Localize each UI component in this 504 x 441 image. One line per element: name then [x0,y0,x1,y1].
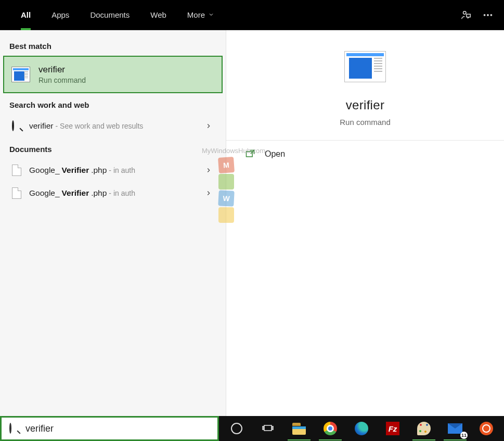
results-column: Best match verifier Run command Search w… [0,30,226,416]
section-header-best-match: Best match [0,34,226,56]
open-action-label: Open [265,149,285,159]
taskbar-mail[interactable]: 11 [440,416,471,441]
chevron-down-icon [208,10,214,19]
search-icon [9,121,24,131]
doc-filename-pre: Google_ [29,166,60,175]
best-match-title: verifier [38,65,86,75]
tab-label: All [21,10,31,19]
cortana-button[interactable] [221,416,252,441]
search-results-body: Best match verifier Run command Search w… [0,30,504,416]
svg-point-0 [463,11,467,14]
preview-title: verifier [346,98,384,112]
circle-icon [231,423,242,434]
doc-filename-bold: Verifier [62,188,89,198]
edge-icon [355,422,368,435]
taskbar-edge[interactable] [346,416,377,441]
web-result-row[interactable]: verifier - See work and web results [0,115,226,137]
best-match-result[interactable]: verifier Run command [3,56,223,93]
taskbar-ubuntu[interactable] [471,416,502,441]
taskbar-filezilla[interactable]: Fz [377,416,408,441]
filezilla-icon: Fz [386,422,399,435]
doc-filename-bold: Verifier [62,166,89,175]
tab-label: Web [150,10,166,19]
section-header-work-web: Search work and web [0,93,226,115]
doc-filename-post: .php [91,188,107,198]
tab-apps[interactable]: Apps [41,0,80,30]
ubuntu-icon [480,422,493,435]
taskview-icon [262,422,274,435]
tab-more[interactable]: More [177,0,225,30]
doc-filename-post: .php [91,166,107,175]
chrome-icon [324,422,337,435]
preview-pane: verifier Run command Open [226,30,504,416]
mail-unread-badge: 11 [460,432,468,439]
svg-rect-7 [272,426,273,430]
svg-point-2 [487,14,489,16]
svg-rect-6 [263,426,264,430]
document-result-row[interactable]: Google_Verifier.php - in auth [0,159,226,182]
bottom-bar: Fz 11 [0,416,504,441]
chevron-right-icon[interactable] [201,190,216,197]
svg-rect-5 [264,425,272,431]
document-icon [9,187,24,199]
svg-rect-4 [247,152,253,157]
start-search-box[interactable] [0,416,219,441]
preview-subtitle: Run command [340,118,391,127]
chevron-right-icon[interactable] [201,167,216,174]
doc-filename-pre: Google_ [29,188,60,198]
paint-icon [417,422,431,435]
web-result-hint: - See work and web results [56,122,144,130]
section-header-documents: Documents [0,137,226,159]
mail-icon [448,423,462,434]
web-result-term: verifier [29,121,54,131]
run-command-icon [344,51,386,82]
taskbar-file-explorer[interactable] [283,416,315,441]
svg-point-1 [484,14,485,16]
open-icon [243,149,257,159]
tab-label: Documents [90,10,130,19]
best-match-subtitle: Run command [38,76,86,84]
open-action[interactable]: Open [226,141,504,168]
tab-label: More [187,10,205,19]
taskbar-paint[interactable] [408,416,440,441]
tab-label: Apps [51,10,69,19]
doc-location: - in auth [109,189,135,197]
document-icon [9,165,24,176]
doc-location: - in auth [109,166,135,174]
tab-all[interactable]: All [10,0,41,30]
search-icon [8,424,20,433]
more-options-icon[interactable] [477,4,499,26]
tab-web[interactable]: Web [140,0,177,30]
feedback-icon[interactable] [455,4,477,26]
tab-documents[interactable]: Documents [80,0,140,30]
chevron-right-icon[interactable] [201,122,216,130]
run-command-icon [10,64,31,85]
document-result-row[interactable]: Google_Verifier.php - in auth [0,182,226,205]
search-filter-bar: All Apps Documents Web More [0,0,504,30]
taskview-button[interactable] [252,416,283,441]
search-input[interactable] [25,423,213,434]
file-explorer-icon [292,423,306,435]
taskbar: Fz 11 [219,416,504,441]
svg-point-3 [490,14,492,16]
taskbar-chrome[interactable] [315,416,346,441]
